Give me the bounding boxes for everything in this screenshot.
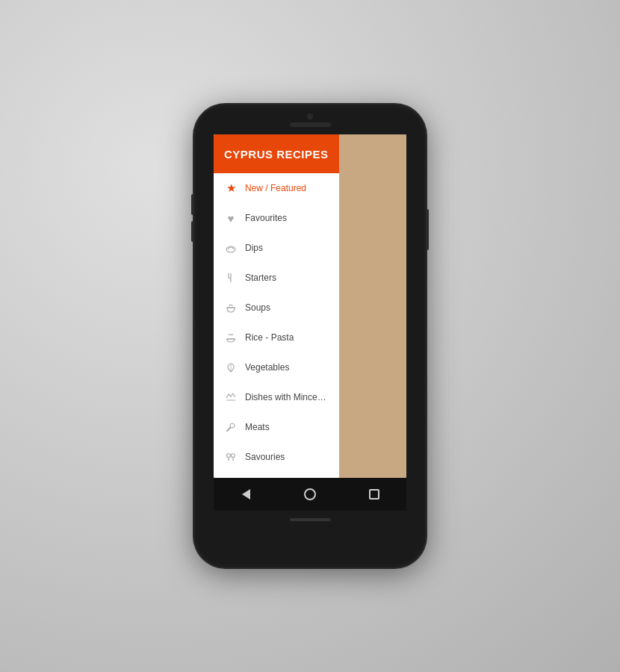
menu-item-dips[interactable]: Dips: [214, 233, 339, 263]
menu-label-soups: Soups: [245, 302, 270, 313]
starters-icon: [223, 270, 239, 286]
bottom-navigation-bar: [214, 478, 406, 511]
menu-item-vegetables[interactable]: Vegetables: [214, 352, 339, 382]
phone-top-bar: [194, 105, 426, 127]
menu-label-rice-pasta: Rice - Pasta: [245, 332, 294, 343]
power-button[interactable]: [426, 209, 429, 250]
menu-label-meats: Meats: [245, 422, 270, 432]
menu-item-minced-meat[interactable]: Dishes with Minced Meat: [214, 382, 339, 412]
app-title: CYPRUS RECIPES: [224, 148, 329, 161]
menu-item-favourites[interactable]: ♥ Favourites: [214, 203, 339, 233]
menu-label-favourites: Favourites: [245, 213, 287, 223]
volume-up-button[interactable]: [191, 194, 194, 215]
star-icon: ★: [223, 180, 239, 196]
menu-item-savouries[interactable]: Savouries: [214, 442, 339, 472]
volume-down-button[interactable]: [191, 221, 194, 242]
home-circle-icon: [304, 488, 316, 500]
menu-item-meats[interactable]: Meats: [214, 412, 339, 442]
soups-icon: [223, 299, 239, 316]
volume-buttons[interactable]: [191, 194, 194, 242]
meats-icon: [223, 419, 239, 435]
home-button[interactable]: [301, 485, 319, 503]
menu-items-list: ★ New / Featured ♥ Favourites Dips: [214, 173, 339, 478]
menu-item-new-featured[interactable]: ★ New / Featured: [214, 173, 339, 203]
bottom-bar: [290, 518, 331, 521]
menu-label-dips: Dips: [245, 243, 263, 253]
menu-label-vegetables: Vegetables: [245, 362, 289, 373]
camera: [307, 113, 313, 119]
navigation-drawer: CYPRUS RECIPES ★ New / Featured ♥ Favour…: [214, 134, 339, 478]
phone-device: CYPRUS RECIPES ★ New / Featured ♥ Favour…: [194, 105, 426, 567]
speaker: [290, 122, 331, 127]
menu-label-new-featured: New / Featured: [245, 183, 306, 193]
power-side-button[interactable]: [426, 209, 429, 250]
app-header: CYPRUS RECIPES: [214, 134, 339, 173]
menu-item-sweets[interactable]: Sweets: [214, 472, 339, 478]
recents-square-icon: [369, 489, 379, 500]
svg-point-9: [232, 454, 235, 458]
recents-button[interactable]: [365, 485, 383, 503]
menu-label-savouries: Savouries: [245, 452, 285, 462]
svg-line-7: [227, 428, 231, 432]
back-button[interactable]: [237, 485, 255, 503]
menu-label-minced-meat: Dishes with Minced Meat: [245, 392, 330, 402]
vegetables-icon: [223, 359, 239, 376]
minced-meat-icon: [223, 389, 239, 405]
heart-icon: ♥: [223, 210, 239, 226]
menu-item-soups[interactable]: Soups: [214, 293, 339, 323]
menu-item-starters[interactable]: Starters: [214, 263, 339, 293]
phone-bottom: [194, 511, 426, 530]
food-images-panel: [339, 134, 406, 478]
svg-point-8: [227, 454, 231, 458]
food-image-1: [339, 134, 406, 478]
back-arrow-icon: [242, 489, 250, 500]
savouries-icon: [223, 449, 239, 465]
rice-pasta-icon: [223, 329, 239, 346]
phone-screen: CYPRUS RECIPES ★ New / Featured ♥ Favour…: [214, 134, 406, 478]
menu-item-rice-pasta[interactable]: Rice - Pasta: [214, 323, 339, 352]
menu-label-starters: Starters: [245, 273, 276, 283]
dips-icon: [223, 240, 239, 256]
